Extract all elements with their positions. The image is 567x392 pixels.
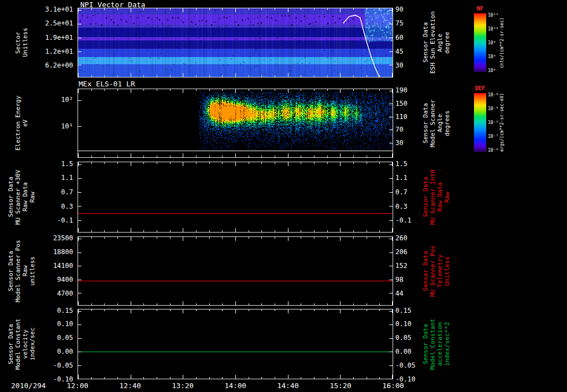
tick-label: 0.10	[395, 321, 411, 327]
tick-label: 1.5	[395, 161, 408, 167]
tick-label: 75	[395, 20, 403, 27]
tick-label: 10⁶	[488, 54, 496, 59]
tick-label: 1.5	[61, 161, 73, 167]
tick-label: 10¹	[61, 123, 73, 130]
tick-label: 150	[395, 100, 408, 107]
x-tick-label: 12:00	[66, 381, 88, 390]
panel1-left-tick-labels: 3.1e+012.5e+011.9e+011.2e+016.2e+00	[28, 8, 75, 78]
tick-label: 0.7	[61, 189, 73, 195]
axis-label-line: degrees	[444, 89, 451, 158]
panel4-plot-area	[78, 236, 393, 306]
tick-label: 2.5e+01	[45, 20, 73, 27]
tick-label: 4700	[57, 290, 73, 297]
tick-label: 45	[395, 48, 403, 55]
x-tick-label: 14:40	[277, 381, 298, 390]
colorbar-nf-title: NF	[472, 6, 488, 12]
colorbar-def-gradient	[474, 93, 486, 152]
tick-label: 10⁸	[488, 40, 496, 45]
tick-label: 10⁻⁸	[488, 147, 498, 152]
tick-label: -0.05	[53, 362, 73, 369]
x-tick-label: 14:00	[224, 381, 246, 390]
tick-label: 1.9e+01	[45, 34, 73, 41]
tick-label: 0.15	[57, 307, 73, 314]
tick-label: 44	[395, 290, 403, 297]
tick-label: 30	[395, 140, 403, 146]
x-tick-label: 16:00	[382, 381, 404, 390]
tick-label: 10²	[61, 96, 73, 103]
panel5-left-tick-labels: 0.150.100.050.00-0.05-0.10	[28, 309, 75, 379]
panel1-plot-area	[78, 8, 393, 78]
axis-label-line: Unitless	[444, 236, 451, 306]
tick-label: 0.10	[57, 321, 73, 327]
tick-label: 1.2e+01	[45, 48, 73, 55]
panel3-left-tick-labels: 1.51.10.70.3-0.1	[28, 162, 75, 233]
tick-label: 190	[395, 87, 408, 94]
colorbar-def-units: ergs/(cm**2-sr-sec-eV)	[499, 90, 506, 155]
colorbar-def-title: DEF	[472, 85, 488, 91]
tick-label: 9400	[57, 276, 73, 283]
axis-label-line: Raw	[444, 162, 451, 233]
x-tick-label: 15:20	[329, 381, 351, 390]
tick-label: -0.1	[395, 217, 411, 224]
panel1-spectrogram-canvas	[78, 8, 393, 77]
panel2-right-axis-label: Sensor DataModel ScannerAngledegrees	[415, 89, 458, 158]
plot-page: NPI Vector Data MEx ELS-01 LR SectorUnit…	[0, 0, 567, 392]
tick-label: 10⁻⁵	[488, 106, 498, 111]
panel4-right-axis-label: Sensor DataMU Scanner PosTelemetryUnitle…	[415, 236, 458, 306]
tick-label: 1.1	[61, 174, 73, 181]
tick-label: 98	[395, 276, 403, 283]
tick-label: 260	[395, 235, 408, 241]
tick-label: 14100	[53, 262, 73, 269]
tick-label: 152	[395, 262, 408, 269]
tick-label: 10⁴	[488, 68, 496, 73]
panel5-right-axis-label: Sensor DataModel Constantaccelerationind…	[415, 309, 458, 379]
panel5-line-canvas	[78, 310, 393, 379]
tick-label: 10⁻⁶	[488, 120, 498, 125]
tick-label: 60	[395, 34, 403, 41]
tick-label: 10⁻⁷	[488, 133, 498, 138]
tick-label: 0.05	[395, 334, 411, 341]
panel4-left-tick-labels: 23500188001410094004700	[28, 236, 75, 306]
tick-label: 6.2e+00	[45, 62, 73, 69]
tick-label: 0.3	[61, 203, 73, 210]
tick-label: 70	[395, 126, 403, 133]
panel3-plot-area	[78, 162, 393, 233]
tick-label: 30	[395, 62, 403, 69]
colorbar-nf-units: cnts/(cm**2-sr-sec)	[499, 10, 506, 75]
tick-label: 110	[395, 114, 408, 120]
tick-label: 3.1e+01	[45, 6, 73, 13]
x-tick-label: 13:20	[172, 381, 193, 390]
panel3-line-canvas	[78, 162, 393, 232]
tick-label: -0.1	[57, 217, 73, 224]
tick-label: 1.1	[395, 174, 408, 181]
tick-label: 23500	[53, 235, 73, 241]
x-tick-label: 12:40	[119, 381, 141, 390]
tick-label: 0.00	[57, 348, 73, 355]
panel2-left-tick-labels: 10²10¹	[28, 89, 75, 158]
panel3-right-axis-label: Sensor DataMU Scanner IntHRaw DataRaw	[415, 162, 458, 233]
tick-label: 206	[395, 249, 408, 255]
tick-label: 18800	[53, 249, 73, 255]
axis-label-line: degree	[444, 8, 451, 78]
colorbar-nf-gradient	[474, 13, 486, 72]
tick-label: 0.15	[395, 307, 411, 314]
tick-label: 10¹⁰	[488, 27, 498, 32]
panel1-right-axis-label: Sensor DataESH Sun ElevationAngledegree	[415, 8, 458, 78]
panel2-spectrogram-canvas	[78, 89, 393, 157]
tick-label: -0.05	[395, 362, 415, 369]
panel2-plot-area	[78, 89, 393, 158]
tick-label: 90	[395, 6, 403, 13]
tick-label: 0.3	[395, 203, 408, 210]
axis-label-line: index/sec**2	[444, 309, 451, 379]
tick-label: 0.05	[57, 334, 73, 341]
tick-label: 10⁻⁴	[488, 92, 498, 97]
panel4-line-canvas	[78, 237, 393, 305]
tick-label: 10¹²	[488, 13, 498, 18]
panel5-plot-area	[78, 309, 393, 379]
tick-label: 0.7	[395, 189, 408, 195]
panel2-title: MEx ELS-01 LR	[79, 80, 135, 88]
date-label: 2010/294	[11, 381, 46, 390]
tick-label: 0.00	[395, 348, 411, 355]
